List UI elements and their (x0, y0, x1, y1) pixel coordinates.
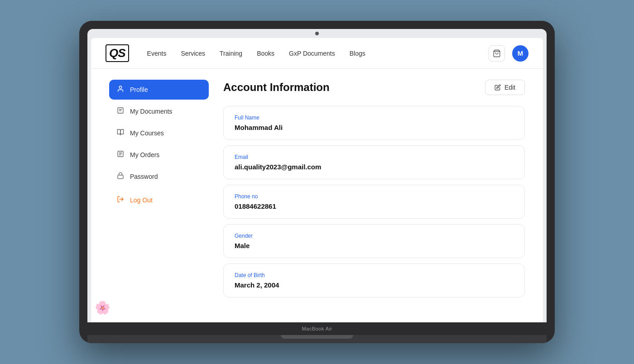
browser-window: QS Events Services Training Books GxP Do… (91, 38, 543, 322)
edit-label: Edit (504, 84, 515, 91)
gender-label: Gender (235, 233, 514, 239)
nav-blogs[interactable]: Blogs (350, 50, 365, 57)
account-header: Account Information Edit (223, 80, 525, 95)
sidebar-profile-label: Profile (130, 86, 148, 93)
sidebar-item-my-documents[interactable]: My Documents (109, 101, 209, 121)
courses-icon (116, 129, 125, 138)
main-content: Profile My Documents (91, 69, 543, 322)
nav-training[interactable]: Training (220, 50, 242, 57)
field-gender: Gender Male (223, 224, 525, 258)
documents-icon (116, 107, 125, 116)
orders-icon (116, 150, 125, 159)
logo[interactable]: QS (106, 44, 129, 62)
laptop-screen: QS Events Services Training Books GxP Do… (87, 29, 547, 322)
sidebar-item-my-orders[interactable]: My Orders (109, 145, 209, 165)
password-icon (116, 172, 125, 181)
profile-icon (116, 85, 125, 94)
field-email: Email ali.quality2023@gmail.com (223, 145, 525, 179)
full-name-value: Mohammad Ali (235, 124, 514, 131)
cart-button[interactable] (489, 45, 505, 62)
account-title: Account Information (223, 81, 330, 94)
edit-button[interactable]: Edit (485, 80, 525, 95)
sidebar-item-password[interactable]: Password (109, 167, 209, 187)
navbar: QS Events Services Training Books GxP Do… (91, 38, 543, 69)
nav-services[interactable]: Services (181, 50, 205, 57)
dob-label: Date of Birth (235, 272, 514, 278)
logout-icon (116, 196, 125, 205)
dob-value: March 2, 2004 (235, 281, 514, 289)
sidebar-password-label: Password (130, 173, 158, 180)
gender-value: Male (235, 242, 514, 249)
nav-gxp[interactable]: GxP Documents (289, 50, 335, 57)
sidebar: Profile My Documents (109, 80, 209, 311)
bottom-bar: MacBook Air (87, 322, 547, 335)
nav-books[interactable]: Books (257, 50, 274, 57)
edit-icon (495, 84, 501, 91)
field-phone: Phone no 01884622861 (223, 185, 525, 219)
svg-rect-9 (118, 175, 123, 179)
nav-links: Events Services Training Books GxP Docum… (147, 50, 471, 57)
phone-label: Phone no (235, 193, 514, 200)
svg-point-1 (119, 86, 121, 88)
flower-decoration: 🌸 (95, 300, 110, 315)
full-name-label: Full Name (235, 115, 514, 121)
laptop-model: MacBook Air (302, 326, 332, 331)
sidebar-logout-label: Log Out (130, 196, 153, 204)
sidebar-orders-label: My Orders (130, 151, 159, 158)
sidebar-documents-label: My Documents (130, 108, 172, 115)
camera-dot (315, 32, 319, 35)
sidebar-item-profile[interactable]: Profile (109, 80, 209, 100)
nav-right: M (489, 45, 528, 62)
laptop-frame: QS Events Services Training Books GxP Do… (79, 21, 555, 343)
laptop-notch (281, 335, 353, 339)
phone-value: 01884622861 (235, 202, 514, 210)
sidebar-courses-label: My Courses (130, 129, 164, 137)
laptop-base (87, 335, 547, 343)
email-value: ali.quality2023@gmail.com (235, 163, 514, 171)
sidebar-item-logout[interactable]: Log Out (109, 190, 209, 210)
field-full-name: Full Name Mohammad Ali (223, 106, 525, 140)
nav-events[interactable]: Events (147, 50, 167, 57)
sidebar-item-my-courses[interactable]: My Courses (109, 123, 209, 143)
user-avatar[interactable]: M (512, 45, 528, 62)
account-section: Account Information Edit Full Name Moham… (223, 80, 525, 311)
field-dob: Date of Birth March 2, 2004 (223, 263, 525, 297)
email-label: Email (235, 154, 514, 160)
